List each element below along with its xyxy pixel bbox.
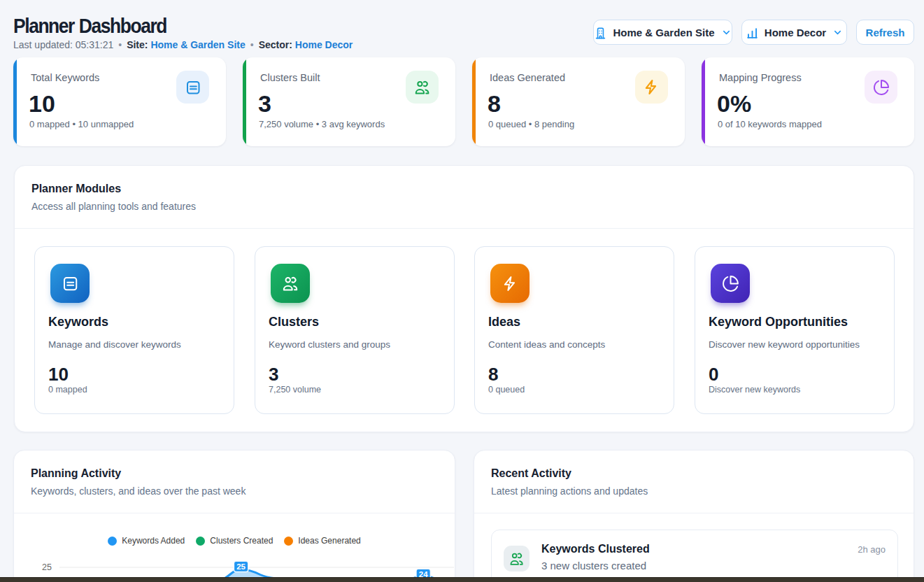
svg-text:25: 25	[236, 562, 246, 571]
svg-text:25: 25	[42, 562, 52, 572]
